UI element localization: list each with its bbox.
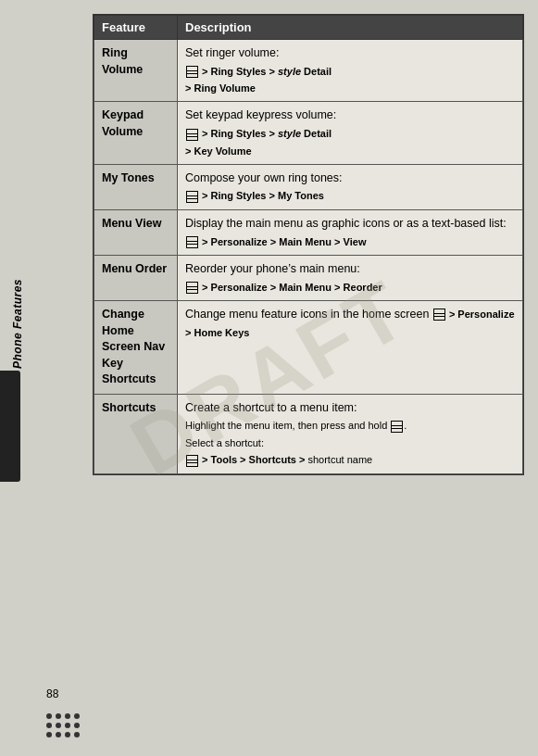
dot [46, 713, 52, 719]
path-text: > Tools > Shortcuts > [202, 454, 307, 465]
dot [46, 732, 52, 737]
path-text: > Key Volume [185, 145, 252, 157]
path-line: > Ring Styles > style Detail [185, 127, 515, 142]
menu-icon [186, 66, 198, 78]
feature-cell: Menu Order [94, 256, 178, 301]
path-line: > Home Keys [185, 326, 515, 340]
path-line: Highlight the menu item, then press and … [185, 419, 515, 434]
path-text: > Personalize [446, 309, 515, 320]
path-line: > Personalize > Main Menu > View [185, 235, 515, 250]
desc-cell: Create a shortcut to a menu item: Highli… [178, 394, 523, 473]
table-row: My Tones Compose your own ring tones: > … [94, 164, 523, 209]
menu-icon [433, 309, 445, 321]
path-line: > Ring Styles > style Detail [185, 65, 515, 80]
menu-icon [186, 282, 198, 294]
dot [56, 723, 61, 728]
table-row: Shortcuts Create a shortcut to a menu it… [94, 394, 523, 473]
desc-cell: Change menu feature icons in the home sc… [178, 301, 523, 395]
table-header-row: Feature Description [94, 16, 523, 40]
table-row: Keypad Volume Set keypad keypress volume… [94, 102, 523, 164]
page-number: 88 [46, 687, 58, 700]
dot [56, 713, 61, 719]
feature-cell: Shortcuts [94, 394, 178, 473]
dot [65, 723, 70, 728]
desc-cell: Compose your own ring tones: > Ring Styl… [178, 164, 523, 209]
path-text: style [278, 128, 301, 139]
path-text: > Ring Styles > [202, 128, 278, 139]
table-row: Ring Volume Set ringer volume: > Ring St… [94, 40, 523, 102]
dot [65, 732, 70, 737]
menu-icon [186, 129, 198, 141]
dot [46, 723, 52, 728]
path-line: Select a shortcut: [185, 436, 515, 450]
path-text: > Personalize > Main Menu > View [202, 236, 366, 247]
feature-cell: Keypad Volume [94, 102, 178, 164]
desc-cell: Display the main menu as graphic icons o… [178, 210, 523, 256]
menu-icon [186, 455, 198, 467]
path-text: > Home Keys [185, 327, 249, 338]
path-line: > Ring Styles > My Tones [185, 189, 515, 204]
desc-cell: Reorder your phone’s main menu: > Person… [178, 256, 523, 301]
dot [74, 713, 80, 719]
path-line: > Key Volume [185, 145, 515, 158]
dot [74, 723, 80, 728]
feature-cell: My Tones [94, 164, 178, 209]
dot [56, 732, 61, 737]
feature-cell: Change Home Screen Nav Key Shortcuts [94, 301, 178, 395]
path-text: Detail [301, 128, 332, 139]
table-container: Feature Description Ring Volume Set ring… [93, 14, 524, 475]
desc-cell: Set ringer volume: > Ring Styles > style… [178, 40, 523, 102]
feature-header: Feature [94, 16, 178, 40]
table-row: Change Home Screen Nav Key Shortcuts Cha… [94, 301, 523, 395]
sidebar-label: Phone Features [0, 185, 35, 463]
menu-icon [186, 191, 198, 203]
dot [74, 732, 80, 737]
path-text: > Ring Styles > My Tones [202, 190, 324, 201]
path-text: Detail [301, 66, 332, 77]
path-text: style [278, 66, 301, 77]
path-text: > Personalize > Main Menu > Reorder [202, 282, 382, 293]
path-line: > Tools > Shortcuts > shortcut name [185, 453, 515, 468]
dot [65, 713, 70, 719]
menu-icon [391, 421, 403, 433]
path-line: > Ring Volume [185, 82, 515, 95]
description-header: Description [178, 16, 523, 40]
feature-cell: Ring Volume [94, 40, 178, 102]
path-text: > Ring Styles > [202, 66, 278, 77]
page-container: DRAFT Phone Features 88 [0, 0, 538, 756]
menu-icon [186, 236, 198, 248]
sidebar-label-text: Phone Features [11, 279, 24, 369]
path-line: > Personalize > Main Menu > Reorder [185, 281, 515, 296]
table-row: Menu View Display the main menu as graph… [94, 210, 523, 256]
feature-cell: Menu View [94, 210, 178, 256]
dots-decoration [46, 713, 80, 737]
features-table: Feature Description Ring Volume Set ring… [94, 15, 523, 474]
table-row: Menu Order Reorder your phone’s main men… [94, 256, 523, 301]
path-text: > Ring Volume [185, 82, 256, 94]
desc-cell: Set keypad keypress volume: > Ring Style… [178, 102, 523, 164]
